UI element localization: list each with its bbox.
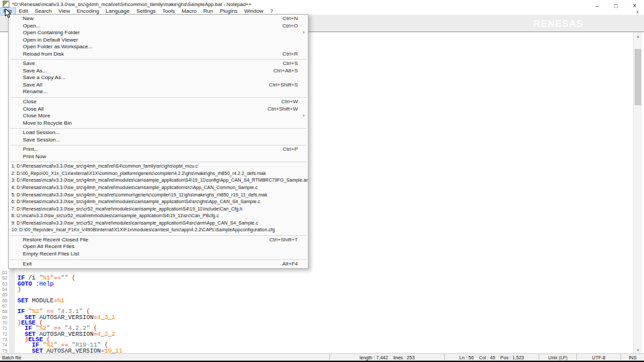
menu-item-close-more[interactable]: Close More› (9, 113, 308, 120)
menu-item-reload-from-disk[interactable]: Reload from DiskCtrl+R (9, 51, 308, 58)
menu-item-label: 1: D:\Renesas\mcal\v3.3.0\sw_src\g4mh_mc… (11, 164, 198, 168)
status-length-lines: length : 7,442 lines : 253 (329, 354, 444, 361)
line-number: 72 (0, 332, 7, 337)
menu-item-print[interactable]: Print...Ctrl+P (9, 146, 308, 154)
menu-item-open-all-recent-files[interactable]: Open All Recent Files (9, 243, 308, 251)
menu-item-label: Print Now (23, 154, 46, 160)
line-number: 69 (0, 315, 7, 320)
menu-item-recent-file[interactable]: 6: D:\Renesas\mcal\v3.3.0\sw_src\g4mh_mc… (9, 198, 308, 206)
menu-item-load-session[interactable]: Load Session... (9, 129, 308, 137)
code-text: SET AUTOSAR_VERSION=19_11 (17, 348, 123, 353)
menu-item-label: Reload from Disk (23, 51, 64, 57)
menu-item-label: 10: D:\00_Repo\dev_mcal_F1Kx_V490B\inter… (11, 227, 275, 232)
menu-item-open-containing-folder[interactable]: Open Containing Folder› (9, 29, 308, 37)
menu-item-open[interactable]: Open...Ctrl+O (9, 23, 308, 30)
menu-item-label: Move to Recycle Bin (23, 120, 72, 126)
scroll-down-icon[interactable]: ▼ (634, 346, 642, 353)
menu-item-save[interactable]: SaveCtrl+S (9, 60, 308, 68)
code-line: 61 (0, 270, 631, 276)
menu-item-save-as[interactable]: Save As...Ctrl+Alt+S (9, 68, 308, 75)
menu-item-label: Restore Recent Closed File (23, 237, 89, 243)
line-number: 61 (0, 270, 7, 276)
menu-item-empty-recent-files-list[interactable]: Empty Recent Files List (9, 251, 308, 258)
menu-item-new[interactable]: NewCtrl+N (9, 15, 308, 23)
status-cursor-position: Ln : 56 Col : 45 Pos : 1,523 (444, 354, 539, 361)
code-line: 67 (0, 304, 631, 309)
menu-item-shortcut: Ctrl+W (281, 99, 298, 106)
menu-item-open-in-default-viewer[interactable]: Open in Default Viewer (9, 37, 308, 44)
code-line: 62IF /i "%1"=="" ( (0, 276, 631, 281)
menu-item-move-to-recycle-bin[interactable]: Move to Recycle Bin (9, 120, 308, 127)
menu-item-recent-file[interactable]: 3: D:\Renesas\mcal\v3.3.0\sw_src\g4mh_mc… (9, 177, 308, 184)
menu-item-recent-file[interactable]: 1: D:\Renesas\mcal\v3.3.0\sw_src\g4mh_mc… (9, 163, 308, 170)
line-number: 66 (0, 298, 7, 304)
submenu-arrow-icon: › (303, 29, 305, 37)
line-number: 75 (0, 349, 7, 353)
menu-item-recent-file[interactable]: 10: D:\00_Repo\dev_mcal_F1Kx_V490B\inter… (9, 227, 308, 234)
menu-item-label: Save Session... (23, 137, 60, 143)
title-bar: *D:\Renesas\mcal\v3.3.0\sw_src\g4mh_mcal… (0, 0, 644, 8)
menu-item-close-all[interactable]: Close AllCtrl+Shift+W (9, 106, 308, 113)
document-close-icon[interactable]: x (637, 9, 639, 14)
menu-item-label: Print... (23, 146, 38, 152)
window-title: *D:\Renesas\mcal\v3.3.0\sw_src\g4mh_mcal… (12, 1, 644, 7)
menu-item-restore-recent-closed-file[interactable]: Restore Recent Closed FileCtrl+Shift+T (9, 237, 308, 244)
menu-item-label: 6: D:\Renesas\mcal\v3.3.0\sw_src\g4mh_mc… (11, 199, 260, 204)
line-number: 73 (0, 337, 7, 343)
menu-item-shortcut: Ctrl+Shift+T (269, 237, 298, 244)
menu-item-label: Close More (23, 113, 50, 119)
code-line: 63GOTO :Help (0, 282, 631, 287)
line-number: 70 (0, 320, 7, 326)
menu-item-recent-file[interactable]: 4: D:\Renesas\mcal\v3.3.0\sw_src\g4mh_mc… (9, 184, 308, 192)
menu-item-label: Close (23, 99, 36, 105)
code-text: ) (17, 286, 21, 293)
menu-item-label: Save As... (23, 68, 47, 74)
code-line: 75 SET AUTOSAR_VERSION=19_11 (0, 349, 631, 353)
line-number: 67 (0, 304, 7, 309)
menu-item-shortcut: Ctrl+N (282, 15, 298, 23)
menu-item-recent-file[interactable]: 2: D:\00_Repo\00_X1x_C1x\external\X1X\co… (9, 170, 308, 178)
submenu-arrow-icon: › (303, 113, 305, 120)
menu-item-save-a-copy-as[interactable]: Save a Copy As... (9, 74, 308, 82)
menu-item-label: 3: D:\Renesas\mcal\v3.3.0\sw_src\g4mh_mc… (11, 178, 308, 182)
scroll-up-icon[interactable]: ▲ (634, 32, 642, 40)
close-button[interactable]: × (625, 0, 644, 11)
menu-item-label: Exit (23, 261, 32, 267)
menu-item-save-all[interactable]: Save AllCtrl+Shift+S (9, 82, 308, 89)
menu-item-label: 8: U:\mcal\v3.3.0\sw_src\cr52_mcal\rel\m… (11, 213, 219, 218)
line-number: 65 (0, 292, 7, 298)
status-encoding: UTF-8 (576, 354, 621, 361)
menu-item-label: Rename... (23, 88, 48, 95)
menu-item-label: Close All (23, 106, 44, 112)
menu-item-label: Load Session... (23, 129, 60, 135)
menu-item-open-folder-as-workspace[interactable]: Open Folder as Workspace... (9, 44, 308, 51)
minimize-button[interactable]: – (588, 0, 606, 11)
menu-item-close[interactable]: CloseCtrl+W (9, 99, 308, 106)
menu-item-shortcut: Ctrl+S (283, 60, 298, 68)
maximize-button[interactable]: □ (606, 0, 625, 11)
code-text: GOTO :Help (17, 281, 54, 288)
menu-item-exit[interactable]: ExitAlt+F4 (9, 261, 308, 268)
menu-item-label: 2: D:\00_Repo\00_X1x_C1x\external\X1X\co… (11, 171, 266, 176)
vertical-scrollbar[interactable]: ▲ ▼ (633, 32, 642, 353)
menu-item-rename[interactable]: Rename... (9, 88, 308, 96)
code-line: 65 (0, 292, 631, 298)
menu-item-recent-file[interactable]: 5: D:\Renesas\mcal\v3.3.0\sw_src\g4mh_mc… (9, 192, 308, 199)
scrollbar-thumb[interactable] (635, 49, 641, 105)
menu-item-print-now[interactable]: Print Now (9, 154, 308, 161)
code-line: 69 SET AUTOSAR_VERSION=4_3_1 (0, 315, 631, 320)
menu-item-label: Open... (23, 23, 40, 29)
file-menu-dropdown: NewCtrl+NOpen...Ctrl+OOpen Containing Fo… (8, 14, 309, 269)
menu-item-shortcut: Ctrl+R (282, 51, 298, 58)
code-lines: 6162IF /i "%1"=="" (63GOTO :Help64)6566S… (0, 270, 631, 353)
menu-item-recent-file[interactable]: 8: U:\mcal\v3.3.0\sw_src\cr52_mcal\rel\m… (9, 213, 308, 220)
menu-item-recent-file[interactable]: 9: D:\Renesas\mcal\v3.3.0\sw_src\cr52_mc… (9, 220, 308, 227)
menu-item-label: 9: D:\Renesas\mcal\v3.3.0\sw_src\cr52_mc… (11, 221, 258, 225)
menu-item-label: Open in Default Viewer (23, 37, 78, 43)
menu-item-save-session[interactable]: Save Session... (9, 137, 308, 144)
menu-item-recent-file[interactable]: 7: D:\Renesas\mcal\v3.3.0\sw_src\cr52_mc… (9, 206, 308, 213)
status-bar: Batch file length : 7,442 lines : 253 Ln… (0, 353, 644, 361)
menu-item-shortcut: Ctrl+P (283, 146, 298, 154)
menu-item-shortcut: Ctrl+Shift+W (268, 106, 298, 113)
line-number: 68 (0, 309, 7, 314)
